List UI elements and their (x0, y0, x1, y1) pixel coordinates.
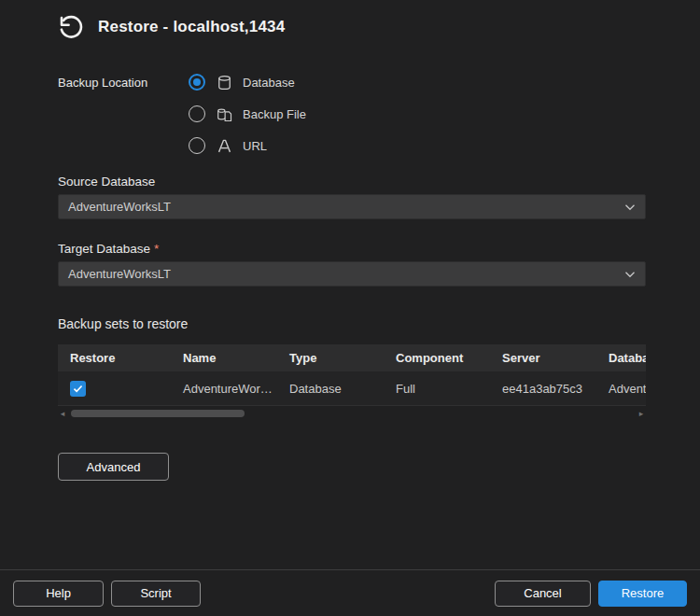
column-header-type[interactable]: Type (277, 344, 384, 371)
target-database-label: Target Database* (58, 242, 159, 256)
cell-database: AdventureWorksLT (596, 371, 646, 405)
dialog-title: Restore - localhost,1434 (98, 18, 285, 36)
column-header-name[interactable]: Name (171, 344, 277, 371)
cell-restore (58, 371, 171, 405)
radio-option-url[interactable]: URL (189, 136, 306, 155)
column-header-database[interactable]: Database (596, 344, 646, 371)
chevron-down-icon (624, 203, 636, 211)
radio-button-backup-file[interactable] (189, 105, 205, 122)
cell-type: Database (277, 371, 384, 405)
backup-sets-table: Restore Name Type Component Server Datab… (58, 344, 646, 420)
cancel-button[interactable]: Cancel (495, 581, 591, 607)
chevron-down-icon (624, 271, 636, 278)
radio-option-database[interactable]: Database (189, 73, 306, 91)
target-database-select[interactable]: AdventureWorksLT (58, 261, 646, 287)
backup-location-section: Backup Location Database (58, 73, 306, 155)
radio-label-database: Database (243, 76, 295, 90)
database-icon (215, 73, 233, 91)
radio-label-url: URL (243, 139, 267, 153)
restore-dialog: Restore - localhost,1434 Backup Location… (0, 0, 700, 616)
restore-icon (54, 11, 86, 43)
source-database-label: Source Database (58, 175, 155, 189)
table-header-row: Restore Name Type Component Server Datab… (58, 344, 646, 371)
cell-component: Full (384, 371, 490, 405)
script-button[interactable]: Script (111, 581, 201, 607)
target-database-label-text: Target Database (58, 242, 150, 256)
radio-button-url[interactable] (189, 137, 205, 154)
scrollbar-track[interactable] (67, 410, 637, 418)
horizontal-scrollbar[interactable]: ◂ ▸ (58, 408, 646, 420)
backup-sets-label: Backup sets to restore (58, 316, 188, 331)
source-database-value: AdventureWorksLT (68, 200, 171, 214)
backup-location-options: Database Backup File (189, 73, 306, 155)
help-button[interactable]: Help (13, 581, 104, 607)
footer-left-buttons: Help Script (13, 581, 201, 607)
scroll-right-icon[interactable]: ▸ (637, 410, 646, 418)
radio-button-database[interactable] (189, 74, 205, 91)
scrollbar-thumb[interactable] (71, 410, 245, 417)
restore-checkbox[interactable] (70, 381, 86, 397)
table-row[interactable]: AdventureWorksLT Database Full ee41a3ab7… (58, 371, 646, 406)
cell-server: ee41a3ab75c3 (490, 371, 596, 405)
dialog-footer: Help Script Cancel Restore (0, 569, 700, 616)
column-header-server[interactable]: Server (490, 344, 596, 371)
radio-option-backup-file[interactable]: Backup File (189, 105, 306, 123)
column-header-component[interactable]: Component (384, 344, 490, 371)
radio-label-backup-file: Backup File (243, 107, 306, 121)
target-database-value: AdventureWorksLT (68, 267, 171, 281)
cell-name: AdventureWorksLT (171, 371, 277, 405)
required-asterisk: * (154, 242, 159, 256)
source-database-select[interactable]: AdventureWorksLT (58, 194, 646, 219)
column-header-restore[interactable]: Restore (58, 344, 171, 371)
dialog-header: Restore - localhost,1434 (54, 11, 285, 43)
scroll-left-icon[interactable]: ◂ (58, 410, 67, 418)
restore-button[interactable]: Restore (598, 581, 687, 607)
backup-location-label: Backup Location (58, 73, 189, 155)
footer-right-buttons: Cancel Restore (495, 581, 687, 607)
backup-file-icon (215, 105, 233, 123)
advanced-button[interactable]: Advanced (58, 453, 169, 481)
url-icon (215, 136, 233, 155)
